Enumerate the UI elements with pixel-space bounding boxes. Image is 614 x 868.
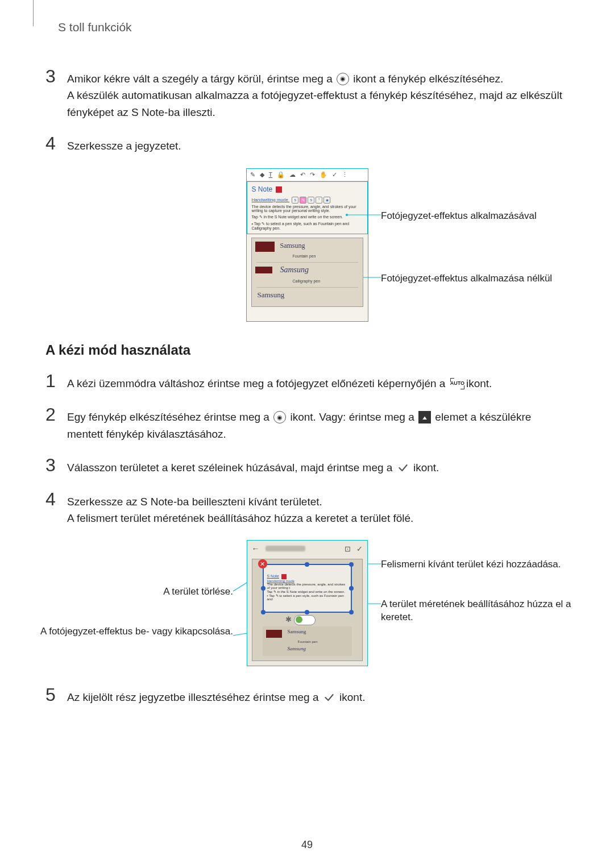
manual-step-4: 4 Szerkessze az S Note-ba beilleszteni k… <box>45 490 569 527</box>
app-title-text: S Note <box>267 574 279 578</box>
camera-icon: ◉ <box>273 411 286 423</box>
effect-toggle: ✱ <box>294 615 316 625</box>
fig1-title: S Note <box>247 182 367 194</box>
camera-icon: ◉ <box>337 73 349 85</box>
step-text: Szerkessze az S Note-ba beilleszteni kív… <box>67 496 322 508</box>
step-body: A kézi üzemmódra váltáshoz érintse meg a… <box>67 372 492 392</box>
step-body: Válasszon területet a keret széleinek hú… <box>67 456 439 476</box>
resize-handle <box>261 586 265 591</box>
delete-area-icon: ✕ <box>258 559 267 568</box>
resize-handle <box>305 610 309 614</box>
hand-icon: ✋ <box>320 171 327 178</box>
pen-label: Fountain pen <box>298 640 318 643</box>
cursive-text: Samsung <box>288 646 306 651</box>
cursive-text: Samsung <box>280 242 305 250</box>
page-header: S toll funkciók <box>58 20 569 34</box>
desc-text: The device detects the pressure, angle, … <box>267 583 346 589</box>
callout-text: Felismerni kívánt terület kézi hozzáadás… <box>381 558 561 571</box>
step-body: Szerkessze az S Note-ba beilleszteni kív… <box>67 490 413 527</box>
step-number: 3 <box>45 67 58 121</box>
selection-content: S Note Handwriting mode The device detec… <box>264 565 351 603</box>
auto-mode-icon: AUTO <box>450 377 462 390</box>
step-text: ikont. Vagy: érintse meg a <box>290 411 417 423</box>
fig1-tip2: • Tap ✎ to select a pen style, such as F… <box>247 221 367 234</box>
resize-handle <box>349 610 354 614</box>
callout-text: A fotójegyzet-effektus be- vagy kikapcso… <box>40 625 233 638</box>
step-number: 5 <box>45 686 58 705</box>
red-rect <box>255 267 272 273</box>
fig1-desc: The device detects the pressure, angle, … <box>247 203 367 214</box>
badge-row: S✎Sᵀ◉ <box>292 197 330 203</box>
cursive-text: Samsung <box>280 265 309 275</box>
fig2-content: S Note Handwriting mode The device detec… <box>252 559 363 661</box>
figure-2-wrap: ← ⊡ ✓ S Note <box>45 540 569 674</box>
selection-frame: S Note Handwriting mode The device detec… <box>263 564 352 613</box>
tip-text: Tap ✎ in the S Note widget and write on … <box>267 590 345 593</box>
callout-text: A terület törlése. <box>163 585 233 599</box>
check-icon: ✓ <box>356 545 363 553</box>
step-5: 5 Az kijelölt rész jegyzetbe illesztéséh… <box>45 686 569 705</box>
fig1-toolbar: ✎ ◆ T 🔒 ☁ ↶ ↷ ✋ ✓ ⋮ <box>247 169 368 181</box>
pen-label: Fountain pen <box>293 254 316 258</box>
back-arrow-icon: ← <box>252 544 260 553</box>
check-icon: ✓ <box>332 171 337 178</box>
step-text: A készülék automatikusan alkalmazza a fo… <box>67 89 562 118</box>
hwmode-text: Handwriting mode <box>252 197 288 202</box>
step-number: 4 <box>45 134 58 154</box>
section-title: A kézi mód használata <box>45 342 569 358</box>
tip-text: • Tap ✎ to select a pen style, such as F… <box>267 594 344 601</box>
eraser-icon: ◆ <box>260 171 264 178</box>
resize-handle <box>261 610 265 614</box>
document-page: S toll funkciók 3 Amikor kékre vált a sz… <box>0 0 614 868</box>
step-number: 1 <box>45 372 58 392</box>
manual-step-1: 1 A kézi üzemmódra váltáshoz érintse meg… <box>45 372 569 392</box>
gallery-icon <box>418 411 431 423</box>
step-text: ikont. <box>413 462 439 474</box>
step-body: Az kijelölt rész jegyzetbe illesztéséhez… <box>67 686 365 705</box>
page-number: 49 <box>0 839 614 851</box>
auto-label: AUTO <box>450 380 464 388</box>
crop-add-icon: ⊡ <box>345 545 351 553</box>
step-number: 4 <box>45 490 58 527</box>
red-rect <box>255 242 275 252</box>
step-number: 2 <box>45 405 58 442</box>
side-rule <box>33 0 34 26</box>
pen-icon: ✎ <box>250 171 255 178</box>
undo-icon: ↶ <box>300 171 305 178</box>
check-icon <box>397 462 409 474</box>
manual-step-2: 2 Egy fénykép elkészítéséhez érintse meg… <box>45 405 569 442</box>
cursive-text: Samsung <box>258 290 285 300</box>
snote-logo-icon <box>276 186 282 193</box>
blurred-title <box>265 546 305 551</box>
callout-text: Fotójegyzet-effektus alkalmazásával <box>381 210 537 223</box>
pen-label: Calligraphy pen <box>293 279 321 283</box>
step-4: 4 Szerkessze a jegyzetet. <box>45 134 569 154</box>
sparkle-icon: ✱ <box>285 615 292 624</box>
manual-step-3: 3 Válasszon területet a keret széleinek … <box>45 456 569 476</box>
fig2-photo: Samsung Fountain pen Samsung <box>263 626 352 656</box>
step-text: Válasszon területet a keret széleinek hú… <box>67 462 396 474</box>
app-title-text: S Note <box>252 185 273 193</box>
lock-icon: 🔒 <box>277 171 285 178</box>
step-text: Amikor kékre vált a szegély a tárgy körü… <box>67 73 335 85</box>
text-icon: T <box>269 171 273 178</box>
step-text: Az kijelölt rész jegyzetbe illesztéséhez… <box>67 691 322 703</box>
step-text: A felismert terület méretének beállításá… <box>67 512 413 524</box>
step-text: ikont. <box>339 691 365 703</box>
figure-1: ✎ ◆ T 🔒 ☁ ↶ ↷ ✋ ✓ ⋮ S Note Handwriting m… <box>246 168 368 322</box>
step-text: ikont a fénykép elkészítéséhez. <box>353 73 503 85</box>
cloud-icon: ☁ <box>289 171 296 178</box>
fig1-hwmode: Handwriting mode S✎Sᵀ◉ <box>247 194 367 203</box>
step-body: Szerkessze a jegyzetet. <box>67 134 181 154</box>
step-3: 3 Amikor kékre vált a szegély a tárgy kö… <box>45 67 569 121</box>
snote-logo-icon <box>281 574 287 579</box>
step-text: A kézi üzemmódra váltáshoz érintse meg a… <box>67 377 449 389</box>
step-number: 3 <box>45 456 58 476</box>
fig2-topbar: ← ⊡ ✓ <box>247 541 367 556</box>
fig1-photo: Samsung Fountain pen Samsung Calligraphy… <box>251 238 363 307</box>
step-text: ikont. <box>466 377 492 389</box>
figure-1-wrap: ✎ ◆ T 🔒 ☁ ↶ ↷ ✋ ✓ ⋮ S Note Handwriting m… <box>45 168 569 322</box>
red-rect <box>266 630 282 638</box>
step-body: Amikor kékre vált a szegély a tárgy körü… <box>67 67 569 121</box>
step-text: Egy fénykép elkészítéséhez érintse meg a <box>67 411 272 423</box>
